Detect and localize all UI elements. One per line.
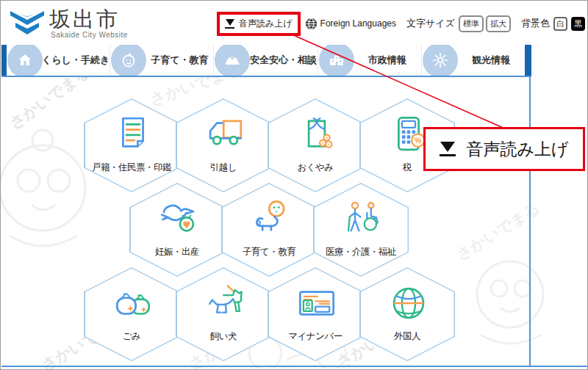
mascot-watermark-figure — [0, 118, 98, 272]
tile-label: 子育て・教育 — [223, 246, 316, 258]
speech-reader-icon — [225, 19, 234, 29]
crawling-baby-icon — [249, 197, 292, 240]
nav-tab-label: 子育て・教育 — [146, 45, 213, 76]
sakaide-city-emblem-logo[interactable] — [10, 8, 45, 39]
tile-face: マイナンバー — [269, 269, 362, 360]
tile-label: ごみ — [85, 330, 179, 343]
nav-right-bar — [525, 45, 531, 76]
nav-tab-kankou[interactable]: 観光情報 — [422, 45, 525, 76]
nav-tab-label: 市政情報 — [354, 45, 421, 76]
background-color-label: 背景色 — [521, 17, 550, 30]
tile-face: 戸籍・住民票・印鑑 — [85, 100, 179, 192]
tile-label: マイナンバー — [269, 330, 362, 343]
speech-readout-button[interactable]: 音声読み上げ — [217, 12, 301, 36]
tile-label: 飼い犬 — [177, 330, 270, 343]
speech-readout-callout: 音声読み上げ — [423, 127, 585, 171]
stork-icon — [157, 197, 200, 240]
tile-garbage[interactable]: ごみ — [84, 267, 179, 361]
mascot-watermark-figure — [462, 243, 558, 360]
document-icon — [112, 113, 154, 156]
baby-icon — [120, 51, 137, 69]
tile-label: 戸籍・住民票・印鑑 — [85, 162, 179, 174]
speech-readout-label: 音声読み上げ — [239, 18, 293, 30]
condolence-icon — [295, 113, 338, 156]
nav-tab-shisei[interactable]: 市政情報 — [318, 45, 422, 76]
global-navigation: くらし・手続き 子育て・教育 安全安心・相談 市政情報 — [1, 45, 531, 76]
site-tagline: Sakaide City Website — [51, 31, 128, 39]
background-black-button[interactable]: 黒 — [571, 17, 585, 31]
header-toolbar: 音声読み上げ Foreign Languages 文字サイズ 標準 拡大 背景色… — [217, 10, 588, 37]
nav-underline — [1, 76, 531, 77]
foreign-languages-button[interactable]: Foreign Languages — [305, 18, 396, 30]
tile-face: 飼い犬 — [177, 269, 270, 360]
nav-tab-kurashi[interactable]: くらし・手続き — [7, 45, 110, 76]
foreign-languages-label: Foreign Languages — [320, 18, 396, 29]
tile-face: 子育て・教育 — [223, 184, 316, 276]
tile-face: おくやみ — [269, 100, 362, 192]
tile-label: 外国人 — [361, 330, 454, 343]
helmet-icon — [223, 51, 241, 69]
tile-face: 妊娠・出産 — [131, 184, 224, 276]
building-icon — [328, 51, 345, 69]
font-size-large-button[interactable]: 拡大 — [486, 15, 511, 32]
tile-label: 妊娠・出産 — [131, 246, 224, 258]
tile-my-number[interactable]: マイナンバー — [268, 267, 363, 361]
nav-tab-anzen[interactable]: 安全安心・相談 — [214, 45, 318, 76]
nav-tab-label: 観光情報 — [457, 45, 525, 76]
tile-medical-care-welfare[interactable]: 医療・介護・福祉 — [313, 183, 409, 277]
truck-icon — [204, 113, 246, 156]
tile-face: 医療・介護・福祉 — [315, 184, 408, 276]
nav-tab-label: 安全安心・相談 — [249, 45, 317, 76]
nav-tab-kosodate[interactable]: 子育て・教育 — [110, 45, 214, 76]
tile-label: 医療・介護・福祉 — [315, 246, 408, 258]
tile-pet-dog[interactable]: 飼い犬 — [176, 267, 271, 361]
globe-icon — [305, 18, 318, 30]
tile-face: 外国人 — [361, 269, 454, 360]
globe-icon — [387, 282, 430, 324]
speech-reader-icon — [440, 142, 456, 156]
callout-label: 音声読み上げ — [466, 138, 568, 161]
tile-moving[interactable]: 引越し — [176, 98, 271, 192]
svg-text:%: % — [414, 136, 421, 145]
tile-childcare-education[interactable]: 子育て・教育 — [221, 183, 317, 277]
id-card-icon — [295, 282, 338, 324]
background-white-button[interactable]: 白 — [553, 17, 567, 31]
nav-tab-label: くらし・手続き — [42, 45, 110, 76]
tile-face: 引越し — [177, 100, 270, 192]
tile-label: おくやみ — [269, 162, 362, 174]
tile-condolence[interactable]: おくやみ — [268, 98, 363, 192]
sakaide-city-homepage: さかいでまる さかいでまる さかいでまる さかいでまる さかいでまる さかいでま… — [0, 0, 588, 370]
trash-bags-icon — [112, 282, 154, 324]
nav-left-bar — [1, 45, 7, 76]
font-size-standard-button[interactable]: 標準 — [459, 15, 484, 32]
font-size-label: 文字サイズ — [406, 17, 455, 30]
tile-label: 引越し — [177, 162, 270, 174]
content-right-border — [529, 77, 531, 366]
tile-face: ごみ — [85, 269, 179, 360]
tile-family-register[interactable]: 戸籍・住民票・印鑑 — [84, 98, 179, 192]
sparkle-icon — [431, 51, 449, 69]
tile-foreigners[interactable]: 外国人 — [359, 267, 455, 361]
home-icon — [16, 51, 34, 69]
welfare-icon — [341, 197, 384, 240]
tile-pregnancy-birth[interactable]: 妊娠・出産 — [129, 183, 225, 277]
content-bottom-border — [1, 366, 587, 367]
site-title[interactable]: 坂出市 — [49, 5, 120, 35]
site-header: 坂出市 Sakaide City Website 音声読み上げ Foreign … — [1, 1, 587, 45]
dog-icon — [204, 282, 246, 324]
